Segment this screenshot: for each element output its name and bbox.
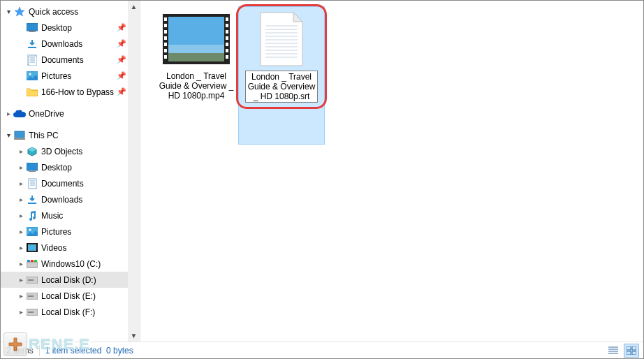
expand-icon[interactable]: ▸: [16, 196, 26, 203]
nav-label: 166-How to Bypass You: [41, 87, 117, 97]
nav-label: Local Disk (E:): [41, 291, 128, 301]
svg-rect-36: [28, 312, 34, 313]
expand-icon[interactable]: ▾: [3, 131, 13, 139]
nav-desktop[interactable]: Desktop 📌: [1, 20, 128, 36]
text-file-icon: [248, 10, 315, 68]
sidebar-scrollbar[interactable]: ▲ ▼: [128, 1, 140, 342]
nav-pc-documents[interactable]: ▸ Documents: [1, 175, 128, 191]
svg-rect-25: [27, 243, 28, 252]
nav-documents[interactable]: Documents 📌: [1, 52, 128, 68]
svg-rect-34: [28, 295, 34, 297]
expand-icon[interactable]: ▸: [16, 244, 26, 251]
svg-rect-54: [226, 55, 228, 59]
nav-label: Windows10 (C:): [41, 259, 128, 269]
svg-rect-69: [627, 346, 631, 350]
nav-label: Local Disk (D:): [41, 275, 128, 285]
expand-icon[interactable]: ▸: [16, 228, 26, 235]
expand-icon[interactable]: ▸: [16, 260, 26, 268]
status-bar: 2 items 1 item selected 0 bytes: [1, 342, 643, 358]
desktop-icon: [26, 22, 38, 34]
nav-label: Downloads: [41, 195, 128, 205]
svg-rect-40: [168, 53, 224, 61]
svg-rect-53: [226, 49, 228, 52]
scroll-up-icon[interactable]: ▲: [128, 1, 140, 13]
file-name: London _ Travel Guide & Overview _ HD 10…: [157, 71, 235, 101]
nav-pc-downloads[interactable]: ▸ Downloads: [1, 191, 128, 207]
svg-rect-70: [632, 346, 636, 350]
svg-rect-45: [164, 43, 167, 46]
desktop-icon: [26, 161, 38, 174]
expand-icon[interactable]: ▸: [16, 212, 26, 219]
nav-label: 3D Objects: [41, 147, 128, 156]
file-item-video[interactable]: London _ Travel Guide & Overview _ HD 10…: [157, 10, 235, 101]
svg-rect-71: [627, 351, 631, 355]
nav-downloads[interactable]: Downloads 📌: [1, 36, 128, 52]
nav-drive-e[interactable]: ▸ Local Disk (E:): [1, 288, 128, 304]
pin-icon: 📌: [117, 55, 128, 64]
documents-icon: [26, 177, 38, 190]
expand-icon[interactable]: ▸: [16, 147, 26, 155]
nav-pc-pictures[interactable]: ▸ Pictures: [1, 224, 128, 240]
pin-icon: 📌: [117, 39, 128, 48]
expand-icon[interactable]: ▸: [16, 292, 26, 300]
3d-icon: [26, 145, 38, 158]
svg-point-22: [29, 229, 31, 231]
large-icons-view-button[interactable]: [624, 344, 639, 358]
nav-drive-d[interactable]: ▸ Local Disk (D:): [1, 272, 128, 288]
nav-label: Desktop: [41, 163, 128, 173]
drive-icon: [26, 274, 38, 286]
nav-folder-166[interactable]: 166-How to Bypass You 📌: [1, 84, 128, 100]
expand-icon[interactable]: ▸: [16, 308, 26, 316]
nav-label: Desktop: [41, 23, 117, 33]
nav-drive-f[interactable]: ▸ Local Disk (F:): [1, 304, 128, 320]
music-icon: [26, 210, 38, 222]
svg-rect-48: [226, 17, 228, 21]
details-view-button[interactable]: [606, 344, 621, 358]
svg-rect-13: [14, 138, 25, 140]
expand-icon[interactable]: ▸: [16, 180, 26, 187]
nav-3d-objects[interactable]: ▸ 3D Objects: [1, 143, 128, 159]
documents-icon: [26, 54, 38, 66]
svg-rect-4: [28, 47, 36, 48]
svg-rect-49: [226, 24, 228, 27]
svg-rect-29: [31, 260, 34, 262]
svg-rect-2: [30, 31, 34, 31]
svg-rect-12: [15, 131, 24, 138]
nav-onedrive[interactable]: ▸ OneDrive: [1, 105, 128, 122]
nav-pc-music[interactable]: ▸ Music: [1, 207, 128, 224]
navigation-pane: ▾ Quick access Desktop 📌 Downloads 📌: [1, 1, 140, 342]
nav-label: Music: [41, 211, 128, 221]
nav-label: Documents: [41, 55, 117, 65]
file-view[interactable]: London _ Travel Guide & Overview _ HD 10…: [140, 1, 643, 342]
expand-icon[interactable]: ▸: [16, 276, 26, 284]
pin-icon: 📌: [117, 71, 128, 80]
svg-rect-41: [164, 17, 167, 21]
svg-rect-30: [34, 260, 37, 262]
svg-rect-16: [29, 179, 36, 189]
svg-rect-52: [226, 43, 228, 46]
expand-icon[interactable]: ▸: [16, 163, 26, 171]
drive-icon: [26, 258, 38, 270]
svg-rect-15: [29, 171, 36, 172]
file-item-srt[interactable]: London _ Travel Guide & Overview _ HD 10…: [242, 10, 321, 103]
onedrive-icon: [13, 108, 26, 120]
nav-this-pc[interactable]: ▾ This PC: [1, 127, 128, 143]
nav-drive-c[interactable]: ▸ Windows10 (C:): [1, 256, 128, 272]
svg-rect-20: [28, 203, 36, 204]
scroll-down-icon[interactable]: ▼: [128, 330, 140, 342]
nav-pictures[interactable]: Pictures 📌: [1, 68, 128, 84]
svg-rect-6: [29, 56, 37, 66]
svg-rect-32: [28, 279, 34, 281]
nav-pc-videos[interactable]: ▸ Videos: [1, 240, 128, 256]
nav-label: Downloads: [41, 39, 117, 49]
status-item-count: 2 items: [1, 342, 39, 358]
nav-pc-desktop[interactable]: ▸ Desktop: [1, 159, 128, 175]
svg-rect-26: [36, 243, 38, 252]
svg-rect-14: [27, 163, 38, 170]
pin-icon: 📌: [117, 87, 128, 96]
nav-quick-access[interactable]: ▾ Quick access: [1, 3, 128, 20]
svg-rect-46: [164, 49, 167, 52]
expand-icon[interactable]: ▾: [3, 8, 13, 15]
expand-icon[interactable]: ▸: [3, 110, 13, 117]
svg-rect-27: [27, 262, 38, 268]
